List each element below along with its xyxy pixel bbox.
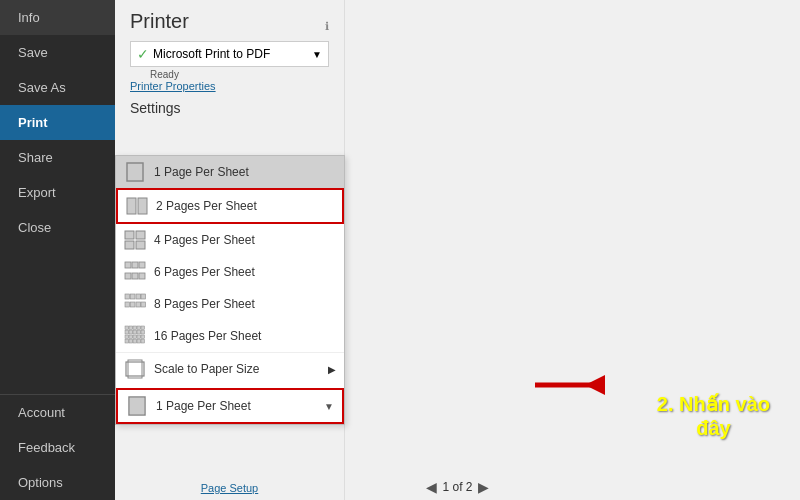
svg-rect-39 — [133, 340, 137, 344]
printer-dropdown[interactable]: ✓ Microsoft Print to PDF ▼ — [130, 41, 329, 67]
settings-label: Settings — [130, 100, 329, 116]
svg-rect-18 — [125, 302, 130, 307]
annotation-step2: 2. Nhấn vào đây — [657, 392, 770, 440]
print-title: Printer — [130, 10, 189, 33]
sidebar-item-save-as[interactable]: Save As — [0, 70, 115, 105]
selected-dropdown-arrow-icon: ▼ — [324, 401, 334, 412]
svg-rect-22 — [125, 326, 129, 330]
prev-page-button[interactable]: ◀ — [426, 479, 437, 495]
pages-dropdown: 1 Page Per Sheet 2 Pages Per Sheet 4 P — [115, 155, 345, 425]
svg-rect-36 — [141, 335, 145, 339]
sidebar-item-options[interactable]: Options — [0, 465, 115, 500]
pages-selected-display[interactable]: 1 Page Per Sheet ▼ — [116, 388, 344, 424]
svg-rect-23 — [129, 326, 133, 330]
svg-rect-38 — [129, 340, 133, 344]
next-page-button[interactable]: ▶ — [478, 479, 489, 495]
option-1-page[interactable]: 1 Page Per Sheet — [116, 156, 344, 188]
svg-rect-20 — [136, 302, 141, 307]
8-page-icon — [124, 293, 146, 315]
printer-name: ✓ Microsoft Print to PDF — [137, 46, 270, 62]
svg-rect-5 — [136, 231, 145, 239]
main-content: Printer ℹ ✓ Microsoft Print to PDF ▼ Rea… — [115, 0, 800, 500]
sidebar-item-export[interactable]: Export — [0, 175, 115, 210]
svg-rect-33 — [129, 335, 133, 339]
svg-rect-26 — [141, 326, 145, 330]
svg-rect-12 — [132, 273, 138, 279]
svg-rect-10 — [139, 262, 145, 268]
sidebar-item-info[interactable]: Info — [0, 0, 115, 35]
svg-rect-28 — [129, 331, 133, 335]
svg-rect-9 — [132, 262, 138, 268]
page-setup-link[interactable]: Page Setup — [115, 482, 344, 494]
dropdown-chevron-icon: ▼ — [312, 49, 322, 60]
svg-rect-40 — [137, 340, 141, 344]
svg-rect-31 — [141, 331, 145, 335]
sidebar-item-feedback[interactable]: Feedback — [0, 430, 115, 465]
svg-rect-13 — [139, 273, 145, 279]
svg-rect-24 — [133, 326, 137, 330]
svg-rect-32 — [125, 335, 129, 339]
svg-rect-29 — [133, 331, 137, 335]
svg-rect-21 — [141, 302, 146, 307]
svg-rect-27 — [125, 331, 129, 335]
option-2-page[interactable]: 2 Pages Per Sheet — [116, 188, 344, 224]
page-navigation: ◀ 1 of 2 ▶ — [426, 479, 488, 495]
svg-rect-7 — [136, 241, 145, 249]
sidebar-item-save[interactable]: Save — [0, 35, 115, 70]
svg-rect-17 — [141, 294, 146, 299]
sidebar-item-account[interactable]: Account — [0, 395, 115, 430]
svg-rect-34 — [133, 335, 137, 339]
scale-to-paper-size[interactable]: Scale to Paper Size ▶ — [116, 352, 344, 385]
printer-properties-link[interactable]: Printer Properties — [130, 80, 329, 92]
2-page-icon — [126, 195, 148, 217]
printer-section: ✓ Microsoft Print to PDF ▼ Ready Printer… — [130, 41, 329, 92]
svg-rect-19 — [131, 302, 136, 307]
printer-check-icon: ✓ — [137, 46, 149, 62]
svg-rect-43 — [128, 360, 142, 378]
sidebar-item-print[interactable]: Print — [0, 105, 115, 140]
scale-icon — [124, 358, 146, 380]
option-4-page[interactable]: 4 Pages Per Sheet — [116, 224, 344, 256]
submenu-arrow-icon: ▶ — [328, 364, 336, 375]
svg-rect-8 — [125, 262, 131, 268]
selected-1-page-icon — [126, 395, 148, 417]
option-8-page[interactable]: 8 Pages Per Sheet — [116, 288, 344, 320]
svg-rect-4 — [125, 231, 134, 239]
svg-rect-6 — [125, 241, 134, 249]
svg-rect-1 — [128, 164, 142, 180]
svg-rect-25 — [137, 326, 141, 330]
svg-rect-16 — [136, 294, 141, 299]
page-number: 1 of 2 — [442, 480, 472, 494]
1-page-icon — [124, 161, 146, 183]
svg-rect-30 — [137, 331, 141, 335]
sidebar-item-share[interactable]: Share — [0, 140, 115, 175]
4-page-icon — [124, 229, 146, 251]
info-icon: ℹ — [325, 20, 329, 33]
svg-rect-42 — [126, 362, 144, 376]
sidebar: Info Save Save As Print Share Export Clo… — [0, 0, 115, 500]
6-page-icon — [124, 261, 146, 283]
svg-rect-37 — [125, 340, 129, 344]
svg-rect-41 — [141, 340, 145, 344]
svg-rect-2 — [127, 198, 136, 214]
printer-status: Ready — [130, 69, 329, 80]
option-6-page[interactable]: 6 Pages Per Sheet — [116, 256, 344, 288]
svg-rect-14 — [125, 294, 130, 299]
svg-rect-45 — [130, 398, 144, 414]
print-panel: Printer ℹ ✓ Microsoft Print to PDF ▼ Rea… — [115, 0, 345, 500]
16-page-icon — [124, 325, 146, 347]
svg-rect-15 — [131, 294, 136, 299]
svg-rect-11 — [125, 273, 131, 279]
svg-rect-35 — [137, 335, 141, 339]
svg-rect-3 — [138, 198, 147, 214]
arrow-2-icon — [525, 360, 605, 410]
option-16-page[interactable]: 16 Pages Per Sheet — [116, 320, 344, 352]
sidebar-item-close[interactable]: Close — [0, 210, 115, 245]
